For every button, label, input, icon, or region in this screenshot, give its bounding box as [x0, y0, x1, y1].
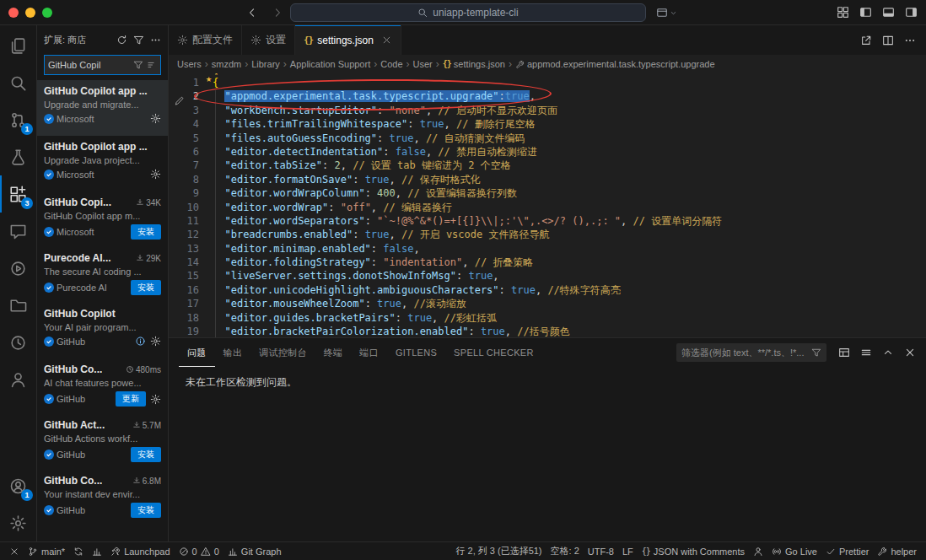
breadcrumb-item[interactable]: appmod.experimental.task.typescript.upgr…	[515, 59, 715, 69]
activity-testing[interactable]	[0, 138, 36, 175]
new-window-dropdown[interactable]	[656, 0, 677, 25]
breadcrumb-item[interactable]: smzdm	[212, 59, 241, 69]
activity-remote-explorer[interactable]	[0, 287, 36, 324]
activity-chat[interactable]	[0, 213, 36, 250]
refresh-icon[interactable]	[116, 35, 127, 46]
editor-tab[interactable]: {}settings.json	[295, 25, 401, 55]
back-icon[interactable]	[246, 7, 258, 19]
install-button[interactable]: 安装	[131, 224, 161, 240]
code-line[interactable]: 14 "editor.foldingStrategy": "indentatio…	[169, 256, 926, 269]
activity-feedback[interactable]	[0, 361, 36, 398]
maximize-window-button[interactable]	[42, 8, 52, 18]
status-cursor-position[interactable]: 行 2, 列 3 (已选择51)	[451, 542, 546, 560]
manage-gear-icon[interactable]	[150, 336, 161, 347]
funnel-icon[interactable]	[133, 60, 143, 70]
breadcrumb-item[interactable]: Code	[380, 59, 402, 69]
breadcrumb-item[interactable]: Application Support	[290, 59, 370, 69]
manage-gear-icon[interactable]	[150, 169, 161, 180]
code-line[interactable]: 15 "liveServer.settings.donotShowInfoMsg…	[169, 269, 926, 283]
manage-gear-icon[interactable]	[150, 113, 161, 124]
problems-filter-input[interactable]	[681, 347, 808, 358]
more-icon[interactable]	[904, 35, 916, 46]
breadcrumb-item[interactable]: Library	[251, 59, 280, 69]
extension-item[interactable]: GitHub Copilot app ...Upgrade Java proje…	[37, 136, 168, 191]
extension-item[interactable]: GitHub Co...480msAI chat features powe..…	[37, 358, 168, 414]
extension-item[interactable]: GitHub Copilot app ...Upgrade and migrat…	[37, 80, 168, 136]
panel-tab[interactable]: 终端	[315, 338, 352, 367]
extension-item[interactable]: GitHub Co...6.8MYour instant dev envir..…	[37, 470, 168, 525]
extensions-search-input[interactable]	[48, 60, 131, 70]
status-accounts[interactable]	[749, 542, 767, 560]
panel-tab[interactable]: 问题	[179, 338, 215, 367]
split-icon[interactable]	[882, 35, 894, 46]
extensions-search-box[interactable]	[44, 55, 161, 75]
code-line[interactable]: 13 "editor.minimap.enabled": false,	[169, 242, 926, 256]
activity-pull-requests[interactable]: 1	[0, 101, 36, 138]
status-helper[interactable]: helper	[873, 542, 921, 560]
code-editor[interactable]: 1{2 "appmod.experimental.task.typescript…	[169, 73, 926, 337]
extension-item[interactable]: GitHub CopilotYour AI pair program...Git…	[37, 303, 168, 358]
panel-tab[interactable]: GITLENS	[387, 338, 445, 367]
close-icon[interactable]	[904, 347, 916, 358]
code-line[interactable]: 17 "editor.mouseWheelZoom": true, //滚动缩放	[169, 297, 926, 310]
editor-tab[interactable]: 配置文件	[169, 25, 242, 55]
more-icon[interactable]	[150, 35, 161, 46]
breadcrumb-item[interactable]: {}settings.json	[443, 59, 505, 69]
activity-settings[interactable]	[0, 504, 36, 541]
code-line[interactable]: 4 "files.trimTrailingWhitespace": true, …	[169, 117, 926, 131]
panel-tab[interactable]: SPELL CHECKER	[445, 338, 542, 367]
info-icon[interactable]	[135, 336, 146, 347]
grid-icon[interactable]	[837, 6, 849, 19]
code-line[interactable]: 8 "editor.formatOnSave": true, // 保存时格式化	[169, 173, 926, 186]
status-remote-indicator[interactable]	[5, 542, 24, 560]
status-language-mode[interactable]: {}JSON with Comments	[638, 542, 749, 560]
layout-right-icon[interactable]	[905, 6, 918, 19]
status-gitlens-graph[interactable]	[88, 542, 106, 560]
activity-explorer[interactable]	[0, 27, 36, 64]
status-eol[interactable]: LF	[618, 542, 638, 560]
code-line[interactable]: 16 "editor.unicodeHighlight.ambiguousCha…	[169, 283, 926, 297]
status-encoding[interactable]: UTF-8	[584, 542, 618, 560]
editor-tab[interactable]: 设置	[242, 25, 295, 55]
copilot-sparkle-icon[interactable]: ★★	[206, 73, 221, 85]
panel-tab[interactable]: 调试控制台	[250, 338, 315, 367]
layout-bottom-icon[interactable]	[882, 6, 895, 19]
manage-gear-icon[interactable]	[150, 394, 161, 405]
install-button[interactable]: 安装	[131, 503, 161, 518]
install-button[interactable]: 安装	[131, 447, 161, 462]
status-git-graph[interactable]: Git Graph	[223, 542, 286, 560]
external-icon[interactable]	[860, 35, 872, 46]
code-line[interactable]: 10 "editor.wordWrap": "off", // 编辑器换行	[169, 201, 926, 214]
status-go-live[interactable]: Go Live	[767, 542, 821, 560]
panel-tab[interactable]: 端口	[351, 338, 387, 367]
extension-item[interactable]: GitHub Copi...34KGitHub Copilot app m...…	[37, 191, 168, 247]
activity-search[interactable]	[0, 64, 36, 101]
sort-icon[interactable]	[147, 60, 157, 70]
install-button[interactable]: 安装	[131, 280, 161, 295]
funnel-icon[interactable]	[133, 35, 144, 46]
code-line[interactable]: 12 "breadcrumbs.enabled": true, // 开启 vs…	[169, 228, 926, 241]
close-window-button[interactable]	[8, 8, 19, 18]
breadcrumb-item[interactable]: Users	[177, 59, 202, 69]
code-line[interactable]: 9 "editor.wordWrapColumn": 400, // 设置编辑器…	[169, 186, 926, 200]
activity-extensions[interactable]: 3	[0, 175, 36, 213]
status-problems[interactable]: 00	[175, 542, 223, 560]
layout-left-icon[interactable]	[859, 6, 872, 19]
activity-accounts[interactable]: 1	[0, 467, 36, 504]
panel-tab[interactable]: 输出	[215, 338, 251, 367]
status-launchpad[interactable]: Launchpad	[106, 542, 174, 560]
forward-icon[interactable]	[272, 7, 283, 19]
code-line[interactable]: 18 "editor.guides.bracketPairs": true, /…	[169, 311, 926, 325]
status-prettier[interactable]: Prettier	[821, 542, 873, 560]
code-line[interactable]: 2 "appmod.experimental.task.typescript.u…	[169, 89, 926, 103]
code-line[interactable]: 7 "editor.tabSize": 2, // 设置 tab 键缩进为 2 …	[169, 159, 926, 172]
code-line[interactable]: 3 "workbench.startupEditor": "none", // …	[169, 104, 926, 117]
update-button[interactable]: 更新	[116, 391, 146, 407]
extension-item[interactable]: Purecode AI...29KThe secure AI coding ..…	[37, 247, 168, 303]
code-line[interactable]: 19 "editor.bracketPairColorization.enabl…	[169, 325, 926, 337]
table-icon[interactable]	[838, 347, 850, 358]
status-indentation[interactable]: 空格: 2	[546, 542, 584, 560]
status-git-branch[interactable]: main*	[24, 542, 69, 560]
problems-filter[interactable]	[676, 343, 826, 362]
extension-item[interactable]: GitHub Act...5.7MGitHub Actions workf...…	[37, 414, 168, 470]
